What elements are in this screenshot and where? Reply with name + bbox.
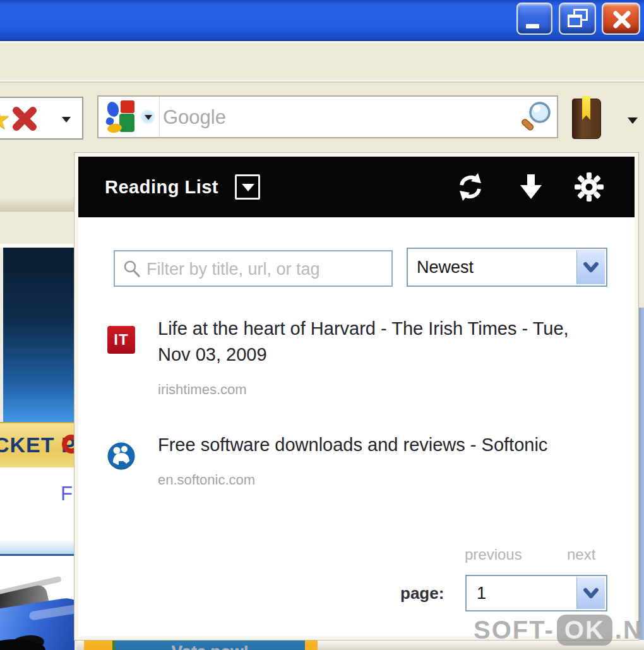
page-scrollbar[interactable] bbox=[638, 308, 644, 640]
page-label: page: bbox=[400, 584, 444, 603]
next-page-link[interactable]: next bbox=[567, 546, 595, 563]
list-item[interactable]: Free software downloads and reviews - So… bbox=[158, 432, 571, 488]
bookmark-star-icon: ★ bbox=[0, 102, 11, 136]
page-select[interactable]: 1 bbox=[465, 575, 607, 611]
location-bar-fragment[interactable]: ★ bbox=[0, 97, 83, 140]
toolbar-overflow-icon[interactable] bbox=[628, 117, 638, 124]
page-banner-image bbox=[0, 248, 75, 422]
sort-select-value: Newest bbox=[417, 249, 474, 286]
previous-page-link[interactable]: previous bbox=[465, 546, 522, 563]
location-dropdown-icon[interactable] bbox=[62, 117, 71, 123]
panel-header: Reading List bbox=[78, 157, 635, 217]
watermark: SOFT- OK .NET bbox=[474, 614, 644, 646]
irishtimes-favicon-icon: IT bbox=[107, 326, 135, 354]
page-select-button[interactable] bbox=[576, 577, 605, 609]
chrome-highlight bbox=[0, 41, 644, 43]
watermark-pre: SOFT- bbox=[474, 616, 554, 644]
vote-banner-text: Vote now! bbox=[116, 642, 305, 650]
reading-list-panel: Reading List bbox=[75, 153, 638, 640]
refresh-button[interactable] bbox=[455, 172, 486, 202]
page-partial-text: F bbox=[61, 483, 73, 505]
chrome-shadow bbox=[0, 199, 75, 212]
sort-select-button[interactable] bbox=[576, 250, 605, 284]
window-titlebar[interactable] bbox=[0, 0, 644, 41]
search-magnifier-icon[interactable] bbox=[519, 99, 554, 135]
chevron-down-icon bbox=[581, 584, 600, 603]
download-arrow-button[interactable] bbox=[516, 172, 546, 202]
delete-x-icon[interactable] bbox=[10, 104, 39, 133]
restore-button[interactable] bbox=[559, 3, 596, 35]
google-logo-icon bbox=[105, 100, 138, 133]
chevron-down-icon bbox=[581, 258, 600, 277]
item-title-link[interactable]: Life at the heart of Harvard - The Irish… bbox=[158, 316, 571, 368]
filter-search-icon bbox=[122, 260, 141, 279]
close-icon bbox=[611, 10, 633, 29]
search-input[interactable] bbox=[162, 98, 518, 137]
minimize-icon bbox=[526, 24, 539, 28]
watermark-post: .NET bbox=[615, 616, 644, 644]
chevron-down-icon bbox=[242, 184, 254, 191]
page-select-value: 1 bbox=[477, 576, 486, 610]
sort-select[interactable]: Newest bbox=[407, 248, 607, 287]
page-divider-band bbox=[0, 541, 75, 556]
engine-dropdown-icon[interactable] bbox=[145, 115, 152, 120]
panel-title: Reading List bbox=[105, 157, 218, 217]
page-content-area: F bbox=[0, 467, 75, 541]
list-item[interactable]: Life at the heart of Harvard - The Irish… bbox=[158, 316, 571, 398]
page-vote-banner[interactable]: Vote now! bbox=[84, 640, 318, 650]
item-title-link[interactable]: Free software downloads and reviews - So… bbox=[158, 432, 571, 458]
gear-button[interactable] bbox=[574, 172, 604, 202]
item-url: en.softonic.com bbox=[158, 472, 571, 488]
filter-field[interactable] bbox=[114, 250, 393, 287]
filter-input[interactable] bbox=[145, 253, 388, 286]
item-url: irishtimes.com bbox=[158, 382, 571, 398]
title-dropdown-button[interactable] bbox=[235, 174, 260, 200]
car-photo bbox=[0, 575, 75, 650]
close-button[interactable] bbox=[602, 3, 640, 35]
search-box[interactable] bbox=[97, 95, 558, 138]
page-gold-banner: CKET P bbox=[0, 422, 75, 467]
minimize-button[interactable] bbox=[516, 3, 552, 35]
watermark-badge: OK bbox=[557, 615, 612, 646]
softonic-favicon-icon bbox=[107, 442, 135, 470]
reading-list-toolbar-button[interactable] bbox=[569, 96, 605, 141]
browser-window: ★ CKET P bbox=[0, 0, 644, 650]
